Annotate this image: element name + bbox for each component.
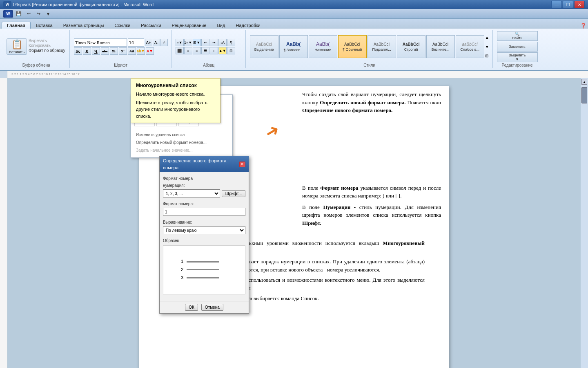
list-menu-change-level[interactable]: Изменить уровень списка [134,131,229,139]
copy-button[interactable]: Копировать [28,43,66,48]
font-size-decrease-btn[interactable]: A- [153,39,160,46]
style-preview: AaBbCcI [344,42,360,47]
paragraph-group: ≡▼ 1≡▼ ⊞▼ ⇤ ⇥ ↕A ¶ ⬛ ≡ ≡ ☰ ↕ ▲▼ [172,30,246,68]
shading-btn[interactable]: ▲▼ [218,47,227,54]
scroll-thumb[interactable] [581,87,587,103]
numbering-button[interactable]: 1≡▼ [184,39,192,46]
style-Заголовок[interactable]: AaBb( ¶ Заголов... [279,35,308,58]
border-btn[interactable]: ⊞ [227,47,235,54]
style-Подзаголовок[interactable]: AaBbCcI Подзагол... [368,35,396,58]
clear-format-btn[interactable]: ✓ [160,39,168,46]
styles-down-btn[interactable]: ▼ [485,45,489,49]
superscript-button[interactable]: x² [119,47,127,55]
styles-expand-btn[interactable]: ⊞ [485,54,489,58]
font-controls: A+ A- ✓ Ж К Ч abc x₂ x² Аа аb▼ [74,38,168,55]
tab-review[interactable]: Рецензирование [167,22,212,29]
preview-num-1: 1 [181,258,183,266]
tab-references[interactable]: Ссылки [109,22,136,29]
style-preview: AaBbCcI [374,42,390,47]
increase-indent-btn[interactable]: ⇥ [210,39,218,46]
document-area[interactable]: Многоуровневый список Начало многоуровне… [7,78,581,368]
bold-format-nomera: Формат номера [320,185,358,191]
help-icon[interactable]: ❓ [580,23,586,29]
multilevel-button[interactable]: ⊞▼ [193,39,201,46]
decrease-indent-btn[interactable]: ⇤ [201,39,209,46]
subscript-button[interactable]: x₂ [110,47,118,55]
tab-page-layout[interactable]: Разметка страницы [58,22,109,29]
styles-up-btn[interactable]: ▲ [485,35,489,40]
style-Обычный[interactable]: AaBbCcI ¶ Обычный [338,35,367,58]
bold-numeraciya: Нумерация [323,204,350,210]
align-center-btn[interactable]: ≡ [184,47,192,54]
style-Строгий[interactable]: AaBbCcI Строгий [397,35,425,58]
style-БезИнте[interactable]: AaBbCcI Без инте... [426,35,455,58]
bold-define-new: Определить новый формат номера. [320,99,405,105]
align-right-btn[interactable]: ≡ [193,47,201,54]
strikethrough-button[interactable]: abc [101,47,109,55]
find-button[interactable]: 🔍 Найти [497,31,538,41]
redo-btn[interactable]: ↪ [34,10,42,18]
styles-group: AaBbCcI Выделение AaBb( ¶ Заголов... AaB… [247,30,493,68]
clipboard-label: Буфер обмена [7,62,66,67]
style-СлабоеВ[interactable]: aaBbCcI Слабое в... [456,35,484,58]
numbering-style-select[interactable]: 1, 2, 3, ... [163,189,220,197]
word-icon: W [3,10,13,18]
title-text: 04spisok [Режим ограниченной функциональ… [13,2,154,7]
italic-button[interactable]: К [83,47,91,55]
tab-view[interactable]: Вид [212,22,231,29]
tab-insert[interactable]: Вставка [31,22,58,29]
sort-btn[interactable]: ↕A [218,39,227,46]
style-preview: AaBbCcI [403,42,420,47]
replace-button[interactable]: Заменить [497,42,538,52]
word-logo: W [3,1,11,8]
style-label: ¶ Заголов... [284,48,303,52]
bullets-button[interactable]: ≡▼ [176,39,184,46]
customize-quick-btn[interactable]: ▼ [44,10,52,18]
cancel-button[interactable]: Отмена [201,304,223,311]
font-color-button[interactable]: А▼ [146,47,154,55]
style-Название[interactable]: AaBb( Название [309,35,337,58]
font-button[interactable]: Шрифт... [222,190,245,197]
paste-button[interactable]: 📋 Вставить [7,38,27,55]
close-button[interactable]: ✕ [574,1,585,8]
format-input[interactable] [163,208,245,216]
show-hide-btn[interactable]: ¶ [227,39,235,46]
select-button[interactable]: Выделить ▼ [497,52,538,62]
font-size-input[interactable] [128,38,144,47]
clipboard-group-content: 📋 Вставить Вырезать Копировать Формат по… [7,31,66,62]
preview-content: 1 2 3 [181,258,227,282]
justify-btn[interactable]: ☰ [201,47,209,54]
para-row1: ≡▼ 1≡▼ ⊞▼ ⇤ ⇥ ↕A ¶ [176,39,235,46]
bold-button[interactable]: Ж [74,47,82,55]
align-left-btn[interactable]: ⬛ [176,47,184,54]
case-button[interactable]: Аа [128,47,136,55]
dialog-close-button[interactable]: ✕ [239,162,245,167]
align-select[interactable]: По левому краю [163,226,245,234]
restore-button[interactable]: ❐ [563,1,573,8]
vertical-scrollbar[interactable]: ▲ ▼ [581,78,588,368]
highlight-button[interactable]: аb▼ [137,47,145,55]
format-paint-button[interactable]: Формат по образцу [28,48,66,53]
list-menu-define-format[interactable]: Определить новый формат номера... [134,139,229,146]
font-name-input[interactable] [74,38,127,47]
underline-button[interactable]: Ч [92,47,100,55]
ok-button[interactable]: ОК [185,304,198,311]
dialog-footer: ОК Отмена [160,301,249,313]
minimize-button[interactable]: — [551,1,562,8]
font-group-content: A+ A- ✓ Ж К Ч abc x₂ x² Аа аb▼ [74,31,168,62]
replace-label: Заменить [509,45,525,49]
list-menu-set-start[interactable]: Задать начальное значение... [134,146,229,154]
tab-mailings[interactable]: Рассылки [136,22,166,29]
undo-btn[interactable]: ↩ [24,10,33,18]
paste-icon: 📋 [11,39,22,50]
line-spacing-btn[interactable]: ↕ [210,47,218,54]
tab-addins[interactable]: Надстройки [230,22,265,29]
style-preview: AaBbCcI [256,42,272,47]
cut-button[interactable]: Вырезать [28,38,66,43]
tab-home[interactable]: Главная [2,22,31,29]
align-field: Выравнивание: По левому краю [163,219,245,234]
save-quick-btn[interactable]: 💾 [15,10,23,18]
font-size-increase-btn[interactable]: A+ [145,39,152,46]
style-Выделение[interactable]: AaBbCcI Выделение [250,35,278,58]
scroll-up-btn[interactable]: ▲ [581,79,587,85]
